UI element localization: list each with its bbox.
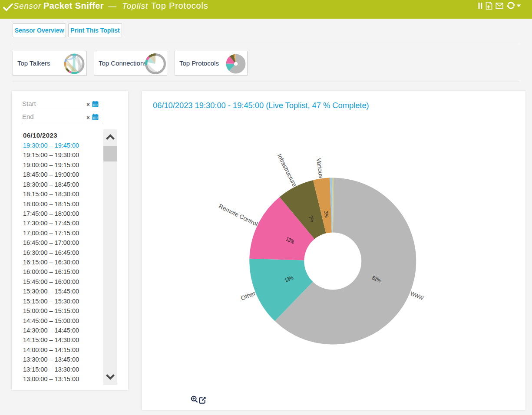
svg-text:Infrastructure: Infrastructure — [276, 153, 298, 188]
svg-text:Remote Control: Remote Control — [218, 203, 259, 227]
svg-text:Other: Other — [240, 290, 257, 302]
svg-text:WWW: WWW — [410, 290, 425, 301]
svg-text:Various: Various — [315, 158, 325, 178]
svg-text:3%: 3% — [323, 211, 330, 217]
